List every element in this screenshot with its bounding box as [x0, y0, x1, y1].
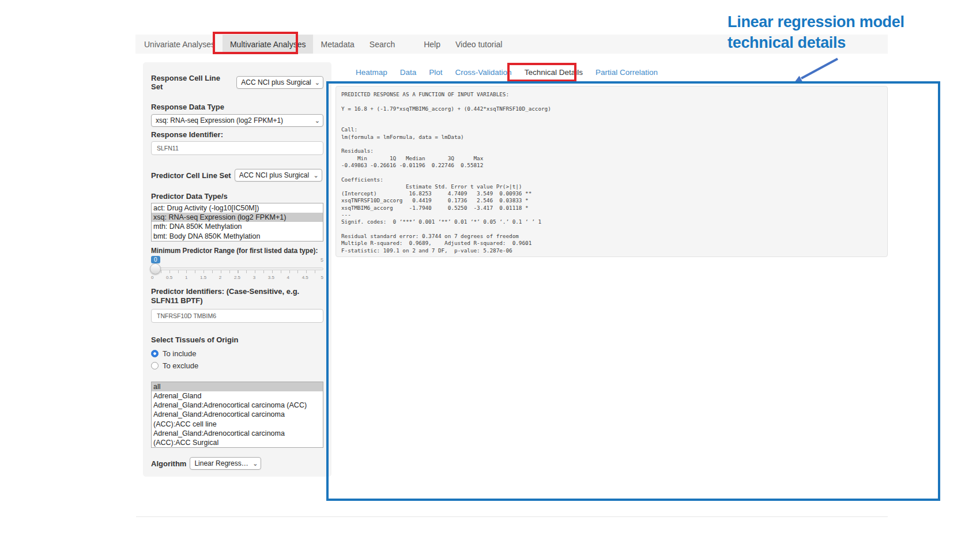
radio-button-icon[interactable] — [151, 362, 159, 369]
tab-data[interactable]: Data — [394, 68, 423, 77]
tissue-radio-label: To include — [163, 349, 197, 358]
predictor-cell-line-set-label: Predictor Cell Line Set — [151, 171, 231, 180]
slider-tick-label: 4 — [287, 275, 289, 280]
slider-tick-label: 1.5 — [200, 275, 206, 280]
slider-tick-label: 5 — [321, 275, 323, 280]
response-identifier-label: Response Identifier: — [151, 130, 323, 139]
predictor-data-type-option-act-drug-activity-log10-ic50m[interactable]: act: Drug Activity (-log10[IC50M]) — [152, 203, 323, 213]
predictor-data-type-option-bmt-body-dna-850k-methylation[interactable]: bmt: Body DNA 850K Methylation — [152, 232, 323, 241]
technical-details-output: PREDICTED RESPONSE AS A FUNCTION OF INPU… — [336, 86, 888, 257]
response-cell-line-set-label: Response Cell Line Set — [151, 74, 233, 91]
tissue-option-adrenal-gland-adrenocortical-carcinoma-a[interactable]: Adrenal_Gland:Adrenocortical carcinoma (… — [152, 410, 323, 428]
slider-tick-label: 3 — [253, 275, 255, 280]
algorithm-label: Algorithm — [151, 459, 186, 468]
annotation-arrow-icon — [783, 52, 846, 88]
tissue-radio-to-exclude[interactable]: To exclude — [151, 361, 323, 371]
tab-cross-validation[interactable]: Cross-Validation — [449, 68, 518, 77]
tab-plot[interactable]: Plot — [423, 68, 448, 77]
response-cell-line-set-value: ACC NCI plus Surgical — [241, 78, 311, 86]
radio-button-icon[interactable] — [151, 350, 159, 357]
nav-item-multivariate-analyses[interactable]: Multivariate Analyses — [223, 35, 314, 54]
page: Univariate AnalysesMultivariate Analyses… — [0, 0, 980, 551]
slider-tick-label: 3.5 — [268, 275, 274, 280]
tissue-origin-label: Select Tissue/s of Origin — [151, 335, 323, 344]
parameters-sidebar: Response Cell Line Set ACC NCI plus Surg… — [143, 62, 331, 477]
tissue-radio-group: To includeTo exclude — [151, 349, 323, 371]
tissue-listbox: allAdrenal_GlandAdrenal_Gland:Adrenocort… — [151, 382, 323, 448]
algorithm-select[interactable]: Linear Regression ⌄ — [190, 457, 261, 470]
min-predictor-range-slider[interactable]: 0 5 00.511.522.533.544.55 — [151, 256, 323, 282]
predictor-data-type-option-mth-dna-850k-methylation[interactable]: mth: DNA 850K Methylation — [152, 222, 323, 231]
predictor-data-types-label: Predictor Data Type/s — [151, 192, 323, 201]
results-tab-bar: HeatmapDataPlotCross-ValidationTechnical… — [349, 65, 664, 80]
slider-tick-grid — [152, 270, 322, 273]
annotation-line-2: technical details — [728, 32, 935, 53]
footer-divider — [136, 516, 888, 517]
predictor-cell-line-set-select[interactable]: ACC NCI plus Surgical ⌄ — [235, 169, 322, 182]
tissue-radio-to-include[interactable]: To include — [151, 349, 323, 359]
min-predictor-range-label: Minimum Predictor Range (for first liste… — [151, 246, 323, 255]
predictor-data-types-listbox: act: Drug Activity (-log10[IC50M])xsq: R… — [151, 203, 323, 241]
tissue-option-adrenal-gland-adrenocortical-carcinoma-a[interactable]: Adrenal_Gland:Adrenocortical carcinoma (… — [152, 429, 323, 447]
slider-tick-labels: 00.511.522.533.544.55 — [151, 275, 323, 280]
chevron-down-icon: ⌄ — [315, 117, 320, 124]
tissue-option-all[interactable]: all — [152, 382, 323, 391]
response-cell-line-set-select[interactable]: ACC NCI plus Surgical ⌄ — [236, 76, 323, 89]
chevron-down-icon: ⌄ — [313, 172, 318, 179]
tab-partial-correlation[interactable]: Partial Correlation — [589, 68, 664, 77]
response-data-type-value: xsq: RNA-seq Expression (log2 FPKM+1) — [156, 116, 283, 124]
nav-item-metadata[interactable]: Metadata — [313, 35, 361, 54]
slider-tick-label: 0 — [151, 275, 153, 280]
slider-tick-label: 1 — [185, 275, 187, 280]
slider-value-bubble: 0 — [151, 256, 160, 263]
slider-tick-label: 2 — [219, 275, 221, 280]
slider-tick-label: 4.5 — [302, 275, 308, 280]
response-data-type-label: Response Data Type — [151, 103, 323, 111]
chevron-down-icon: ⌄ — [252, 460, 258, 467]
nav-item-video-tutorial[interactable]: Video tutorial — [448, 35, 510, 54]
response-data-type-select[interactable]: xsq: RNA-seq Expression (log2 FPKM+1) ⌄ — [151, 114, 323, 127]
tissue-radio-label: To exclude — [163, 361, 198, 370]
algorithm-value: Linear Regression — [194, 459, 249, 467]
annotation-callout: Linear regression model technical detail… — [728, 12, 935, 53]
predictor-data-type-option-xsq-rna-seq-expression-log2-fpkm-1[interactable]: xsq: RNA-seq Expression (log2 FPKM+1) — [152, 213, 323, 222]
nav-item-univariate-analyses[interactable]: Univariate Analyses — [137, 35, 223, 54]
tissue-option-adrenal-gland[interactable]: Adrenal_Gland — [152, 391, 323, 401]
tab-heatmap[interactable]: Heatmap — [349, 68, 394, 77]
slider-max-label: 5 — [321, 257, 323, 263]
tab-technical-details[interactable]: Technical Details — [518, 68, 589, 77]
predictor-identifiers-label: Predictor Identifiers: (Case-Sensitive, … — [151, 287, 323, 305]
slider-handle[interactable] — [150, 263, 161, 274]
response-identifier-input[interactable] — [151, 141, 323, 155]
slider-tick-label: 2.5 — [234, 275, 240, 280]
chevron-down-icon: ⌄ — [315, 79, 320, 86]
predictor-cell-line-set-value: ACC NCI plus Surgical — [239, 171, 309, 179]
slider-tick-label: 0.5 — [166, 275, 172, 280]
predictor-identifiers-input[interactable] — [151, 309, 323, 323]
annotation-line-1: Linear regression model — [728, 12, 935, 32]
tissue-option-adrenal-gland-adrenocortical-carcinoma-a[interactable]: Adrenal_Gland:Adrenocortical carcinoma (… — [152, 401, 323, 410]
nav-item-search[interactable]: Search — [362, 35, 402, 54]
nav-item-help[interactable]: Help — [416, 35, 448, 54]
